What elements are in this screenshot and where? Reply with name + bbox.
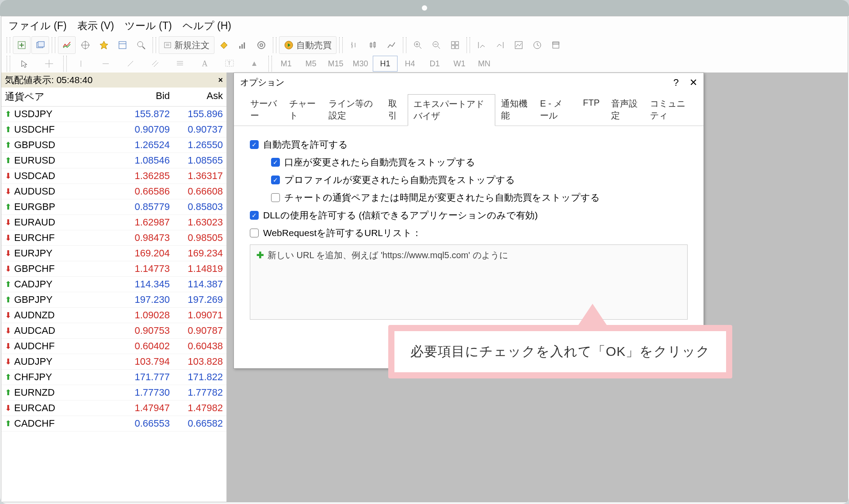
symbol: USDCHF xyxy=(14,124,117,135)
toolbar-grip xyxy=(7,37,10,53)
timeframe-m5[interactable]: M5 xyxy=(298,56,323,72)
navigator-icon[interactable] xyxy=(95,36,113,54)
options-tab[interactable]: 通知機能 xyxy=(495,94,534,126)
zoom-in-icon[interactable] xyxy=(409,36,427,54)
col-bid[interactable]: Bid xyxy=(117,90,170,103)
menu-tools[interactable]: ツール (T) xyxy=(125,19,172,33)
options-tab[interactable]: E - メール xyxy=(534,94,577,126)
line-chart-icon[interactable] xyxy=(382,36,400,54)
options-tab[interactable]: ライン等の設定 xyxy=(323,94,382,126)
checkbox-allow-dll[interactable]: ✓ xyxy=(250,211,259,220)
templates-icon[interactable] xyxy=(547,36,565,54)
vertical-line-icon[interactable] xyxy=(69,56,93,72)
market-watch-row[interactable]: ⬆CADJPY114.345114.387 xyxy=(1,277,226,292)
options-tab[interactable]: FTP xyxy=(577,94,605,126)
profiles-icon[interactable] xyxy=(31,36,49,54)
auto-scroll-icon[interactable] xyxy=(491,36,509,54)
col-pair[interactable]: 通貨ペア xyxy=(5,90,117,103)
options-tab[interactable]: コミュニティ xyxy=(644,94,697,126)
market-watch-row[interactable]: ⬇EURJPY169.204169.234 xyxy=(1,246,226,261)
svg-marker-64 xyxy=(252,61,256,66)
ask-price: 0.98505 xyxy=(170,232,223,244)
timeframe-mn[interactable]: MN xyxy=(472,56,497,72)
options-tab[interactable]: 音声設定 xyxy=(605,94,644,126)
market-watch-row[interactable]: ⬇AUDNZD1.090281.09071 xyxy=(1,308,226,323)
timeframe-m15[interactable]: M15 xyxy=(323,56,348,72)
channel-icon[interactable] xyxy=(143,56,168,72)
timeframe-m1[interactable]: M1 xyxy=(274,56,298,72)
text-tool-icon[interactable]: A xyxy=(192,56,217,72)
zoom-out-icon[interactable] xyxy=(428,36,445,54)
timeframe-m30[interactable]: M30 xyxy=(348,56,373,72)
market-watch-row[interactable]: ⬇EURCAD1.479471.47982 xyxy=(1,401,226,416)
shapes-icon[interactable] xyxy=(242,56,267,72)
market-watch-row[interactable]: ⬆USDJPY155.872155.896 xyxy=(1,107,226,122)
market-watch-row[interactable]: ⬇AUDJPY103.794103.828 xyxy=(1,354,226,370)
options-tab[interactable]: サーバー xyxy=(245,94,283,126)
signals-icon[interactable] xyxy=(234,36,252,54)
crosshair-icon[interactable] xyxy=(76,36,94,54)
checkbox-stop-on-account-change[interactable]: ✓ xyxy=(271,158,280,167)
market-watch-row[interactable]: ⬆GBPUSD1.265241.26550 xyxy=(1,137,226,153)
market-watch-row[interactable]: ⬆EURGBP0.857790.85803 xyxy=(1,199,226,215)
close-icon[interactable]: × xyxy=(218,76,223,85)
checkbox-allow-webrequest[interactable] xyxy=(250,229,259,237)
timeframe-h1[interactable]: H1 xyxy=(373,56,398,72)
metaeditor-icon[interactable] xyxy=(215,36,233,54)
options-tab[interactable]: エキスパートアドバイザ xyxy=(408,94,495,126)
menu-help[interactable]: ヘルプ (H) xyxy=(183,19,231,33)
data-window-icon[interactable] xyxy=(114,36,131,54)
ask-price: 169.234 xyxy=(170,248,223,259)
svg-line-58 xyxy=(154,62,158,67)
toolbar-grip xyxy=(7,56,10,72)
strategy-tester-icon[interactable] xyxy=(132,36,150,54)
market-watch-row[interactable]: ⬆EURNZD1.777301.77782 xyxy=(1,385,226,401)
help-icon[interactable]: ? xyxy=(673,77,679,88)
svg-line-57 xyxy=(152,61,157,65)
shift-end-icon[interactable] xyxy=(473,36,490,54)
market-watch-row[interactable]: ⬇AUDCAD0.907530.90787 xyxy=(1,323,226,339)
market-icon[interactable] xyxy=(252,36,270,54)
arrow-down-icon: ⬇ xyxy=(5,310,11,320)
options-tab[interactable]: 取引 xyxy=(382,94,408,126)
horizontal-line-icon[interactable] xyxy=(93,56,118,72)
cursor-icon[interactable] xyxy=(12,56,37,72)
auto-trading-button[interactable]: 自動売買 xyxy=(279,36,337,54)
market-watch-row[interactable]: ⬆GBPJPY197.230197.269 xyxy=(1,292,226,308)
market-watch-row[interactable]: ⬇GBPCHF1.147731.14819 xyxy=(1,261,226,277)
menu-file[interactable]: ファイル (F) xyxy=(8,19,67,33)
candle-chart-icon[interactable] xyxy=(364,36,382,54)
menu-view[interactable]: 表示 (V) xyxy=(77,19,114,33)
market-watch-row[interactable]: ⬇AUDUSD0.665860.66608 xyxy=(1,184,226,199)
options-tab[interactable]: チャート xyxy=(283,94,322,126)
checkbox-allow-auto-trading[interactable]: ✓ xyxy=(250,140,259,149)
market-watch-row[interactable]: ⬆EURUSD1.085461.08565 xyxy=(1,153,226,168)
fibonacci-icon[interactable] xyxy=(168,56,192,72)
timeframe-h4[interactable]: H4 xyxy=(398,56,422,72)
close-icon[interactable]: ✕ xyxy=(689,77,697,88)
new-order-button[interactable]: 新規注文 xyxy=(159,36,214,54)
market-watch-row[interactable]: ⬆USDCHF0.907090.90737 xyxy=(1,122,226,137)
timeframe-d1[interactable]: D1 xyxy=(422,56,447,72)
trendline-icon[interactable] xyxy=(118,56,143,72)
market-watch-row[interactable]: ⬆CHFJPY171.777171.822 xyxy=(1,370,226,385)
market-watch-row[interactable]: ⬇AUDCHF0.604020.60438 xyxy=(1,339,226,354)
col-ask[interactable]: Ask xyxy=(170,90,223,103)
timeframe-w1[interactable]: W1 xyxy=(447,56,472,72)
crosshair-tool-icon[interactable] xyxy=(37,56,61,72)
new-chart-icon[interactable] xyxy=(13,36,31,54)
checkbox-stop-on-symbol-change[interactable] xyxy=(271,193,280,202)
tile-windows-icon[interactable] xyxy=(446,36,464,54)
market-watch-row[interactable]: ⬇EURCHF0.984730.98505 xyxy=(1,230,226,246)
indicators-icon[interactable] xyxy=(510,36,528,54)
checkbox-stop-on-profile-change[interactable]: ✓ xyxy=(271,176,280,184)
market-watch-row[interactable]: ⬇USDCAD1.362851.36317 xyxy=(1,168,226,184)
market-watch-row[interactable]: ⬇EURAUD1.629871.63023 xyxy=(1,215,226,230)
market-watch-icon[interactable] xyxy=(58,36,76,54)
bar-chart-icon[interactable] xyxy=(345,36,363,54)
symbol: AUDCHF xyxy=(14,340,117,352)
market-watch-row[interactable]: ⬆CADCHF0.665530.66582 xyxy=(1,416,226,431)
svg-point-11 xyxy=(138,42,143,47)
periodicity-icon[interactable] xyxy=(528,36,546,54)
text-label-icon[interactable]: T xyxy=(217,56,242,72)
